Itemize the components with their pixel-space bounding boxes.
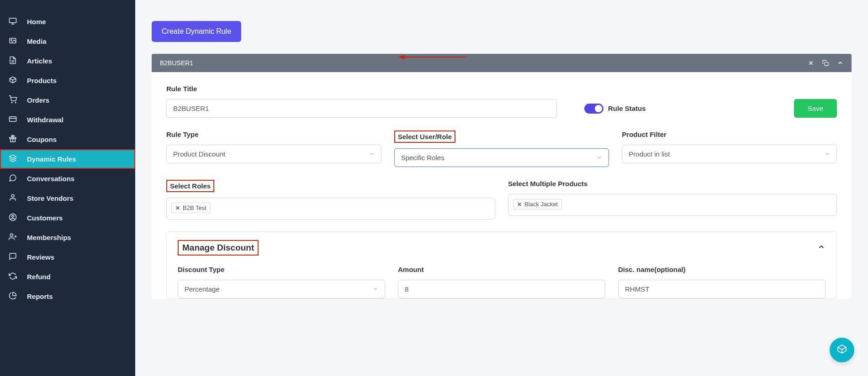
select-roles-input[interactable]: ✕ B2B Test [166, 198, 495, 219]
rule-title-input[interactable] [166, 99, 557, 118]
sidebar-item-reports[interactable]: Reports [0, 287, 135, 306]
sidebar-item-label: Home [27, 18, 46, 26]
select-products-input[interactable]: ✕ Black Jacket [508, 194, 837, 216]
main-content: Create Dynamic Rule B2BUSER1 Rule Title … [135, 0, 868, 376]
rule-type-label: Rule Type [166, 131, 381, 138]
sidebar-item-label: Withdrawal [27, 116, 64, 124]
product-filter-label: Product Filter [622, 131, 837, 138]
annotation-arrow-icon [398, 53, 467, 61]
svg-marker-23 [398, 55, 405, 59]
select-products-label: Select Multiple Products [508, 180, 837, 188]
sidebar-item-conversations[interactable]: Conversations [0, 169, 135, 188]
sidebar-item-label: Dynamic Rules [27, 155, 76, 163]
chevron-down-icon [597, 154, 602, 162]
svg-point-4 [11, 39, 12, 40]
select-user-role-select[interactable]: Specific Roles [394, 148, 609, 167]
sidebar-item-home[interactable]: Home [0, 12, 135, 31]
cube-icon [836, 344, 847, 356]
svg-point-18 [12, 215, 14, 218]
sidebar-item-label: Memberships [27, 234, 71, 241]
cart-icon [9, 95, 17, 105]
product-filter-select[interactable]: Product in list [622, 145, 837, 163]
manage-discount-section: Manage Discount Discount Type Percentage… [166, 231, 837, 299]
select-user-role-value: Specific Roles [401, 154, 445, 162]
svg-marker-15 [10, 155, 16, 159]
rule-type-select[interactable]: Product Discount [166, 145, 381, 163]
message-square-icon [9, 252, 17, 262]
sidebar-item-memberships[interactable]: Memberships [0, 228, 135, 247]
sidebar-item-label: Reviews [27, 253, 54, 261]
discount-type-value: Percentage [185, 285, 220, 293]
select-roles-label: Select Roles [166, 180, 214, 192]
sidebar-item-articles[interactable]: Articles [0, 51, 135, 71]
sidebar-item-store-vendors[interactable]: Store Vendors [0, 188, 135, 208]
image-icon [9, 37, 17, 46]
user-icon [9, 193, 17, 203]
sidebar-item-label: Articles [27, 57, 52, 65]
role-tag: ✕ B2B Test [171, 203, 211, 213]
rule-status-label: Rule Status [608, 104, 646, 112]
refresh-icon [9, 272, 17, 282]
credit-card-icon [9, 115, 17, 125]
select-user-role-label: Select User/Role [394, 131, 455, 143]
sidebar-item-coupons[interactable]: Coupons [0, 130, 135, 149]
panel-body: Rule Title Rule Status Save Rule Type Pr… [152, 72, 852, 299]
sidebar-item-label: Products [27, 77, 57, 84]
svg-point-9 [15, 102, 16, 103]
sidebar-item-customers[interactable]: Customers [0, 208, 135, 228]
file-text-icon [9, 56, 17, 66]
gift-icon [9, 135, 17, 144]
product-tag-label: Black Jacket [524, 201, 558, 208]
disc-name-label: Disc. name(optional) [618, 266, 826, 273]
svg-rect-0 [10, 18, 16, 23]
discount-type-select[interactable]: Percentage [178, 280, 385, 298]
sidebar-item-dynamic-rules[interactable]: Dynamic Rules [0, 149, 135, 169]
rule-title-label: Rule Title [166, 85, 837, 93]
sidebar-item-label: Coupons [27, 136, 57, 143]
layers-icon [9, 154, 17, 164]
sidebar: Home Media Articles Products Orders With… [0, 0, 135, 376]
panel-title: B2BUSER1 [160, 59, 808, 67]
amount-label: Amount [398, 266, 605, 273]
sidebar-item-withdrawal[interactable]: Withdrawal [0, 110, 135, 130]
package-icon [9, 76, 17, 85]
chevron-up-icon[interactable] [817, 243, 826, 253]
sidebar-item-label: Conversations [27, 175, 74, 183]
svg-rect-26 [825, 62, 828, 66]
chevron-down-icon [369, 150, 375, 158]
chevron-up-icon[interactable] [837, 60, 843, 66]
sidebar-item-orders[interactable]: Orders [0, 90, 135, 110]
sidebar-item-label: Orders [27, 96, 49, 104]
sidebar-item-reviews[interactable]: Reviews [0, 247, 135, 267]
sidebar-item-refund[interactable]: Refund [0, 267, 135, 287]
disc-name-input[interactable] [618, 280, 826, 298]
role-tag-label: B2B Test [183, 204, 206, 211]
close-icon[interactable] [808, 60, 814, 66]
product-filter-value: Product in list [629, 150, 670, 158]
chevron-down-icon [373, 285, 378, 293]
sidebar-item-label: Store Vendors [27, 194, 74, 202]
amount-input[interactable] [398, 280, 605, 298]
chat-icon [9, 174, 17, 183]
manage-discount-title: Manage Discount [178, 240, 259, 256]
svg-point-8 [11, 102, 12, 103]
copy-icon[interactable] [822, 60, 829, 66]
save-button[interactable]: Save [794, 99, 837, 118]
sidebar-item-label: Media [27, 37, 47, 45]
help-fab-button[interactable] [830, 338, 854, 362]
sidebar-item-label: Reports [27, 292, 53, 300]
sidebar-item-label: Customers [27, 214, 63, 222]
user-circle-icon [9, 213, 17, 223]
tag-remove-icon[interactable]: ✕ [517, 201, 522, 208]
rule-status-toggle[interactable] [584, 104, 603, 114]
rule-type-value: Product Discount [173, 150, 225, 158]
sidebar-item-media[interactable]: Media [0, 31, 135, 51]
sidebar-item-label: Refund [27, 273, 51, 281]
monitor-icon [9, 17, 17, 26]
product-tag: ✕ Black Jacket [513, 199, 562, 209]
tag-remove-icon[interactable]: ✕ [175, 205, 180, 211]
chevron-down-icon [825, 150, 830, 158]
sidebar-item-products[interactable]: Products [0, 71, 135, 90]
svg-rect-10 [10, 117, 16, 122]
create-dynamic-rule-button[interactable]: Create Dynamic Rule [152, 21, 241, 42]
